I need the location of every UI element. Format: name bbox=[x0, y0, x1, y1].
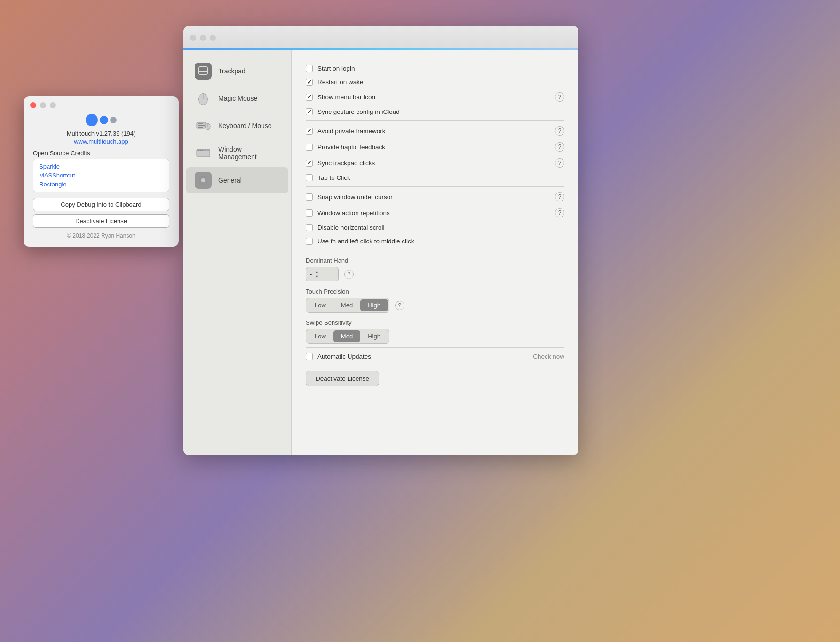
sidebar-item-keyboard-mouse[interactable]: Keyboard / Mouse bbox=[186, 112, 288, 139]
separator-4 bbox=[306, 347, 564, 348]
svg-rect-8 bbox=[199, 123, 201, 124]
settings-group-3: Snap window under cursor ? Window action… bbox=[306, 189, 564, 248]
sidebar-label-window-management: Window Management bbox=[218, 145, 280, 160]
svg-point-18 bbox=[198, 150, 199, 151]
touch-precision-high[interactable]: High bbox=[360, 299, 388, 311]
svg-rect-0 bbox=[199, 67, 207, 74]
about-window: Multitouch v1.27.39 (194) www.multitouch… bbox=[24, 96, 179, 247]
touch-precision-med[interactable]: Med bbox=[333, 299, 360, 311]
close-button[interactable] bbox=[30, 102, 36, 108]
sidebar-label-general: General bbox=[218, 177, 242, 184]
label-disable-horiz-scroll: Disable horizontal scroll bbox=[317, 224, 564, 231]
checkbox-start-on-login[interactable] bbox=[306, 65, 313, 72]
touch-precision-low[interactable]: Low bbox=[307, 299, 333, 311]
app-logo bbox=[86, 114, 117, 126]
deactivate-license-button-about[interactable]: Deactivate License bbox=[33, 214, 169, 228]
separator-1 bbox=[306, 120, 564, 121]
logo-dot-medium bbox=[100, 116, 108, 124]
dropdown-arrows-icon: ▲▼ bbox=[315, 269, 319, 279]
svg-rect-11 bbox=[199, 125, 203, 126]
pref-row-sync-gesture: Sync gesture config in iCloud bbox=[306, 105, 564, 119]
minimize-button[interactable] bbox=[40, 102, 46, 108]
label-avoid-private: Avoid private framework bbox=[317, 128, 550, 135]
help-touch-precision[interactable]: ? bbox=[395, 301, 404, 310]
touch-precision-control: Low Med High bbox=[306, 298, 389, 313]
credits-item-sparkle[interactable]: Sparkle bbox=[33, 162, 169, 171]
pref-row-window-repetitions: Window action repetitions ? bbox=[306, 205, 564, 221]
help-haptic-feedback[interactable]: ? bbox=[555, 142, 564, 152]
credits-item-masshortcut[interactable]: MASShortcut bbox=[33, 171, 169, 180]
help-dominant-hand[interactable]: ? bbox=[344, 270, 354, 279]
trackpad-icon bbox=[195, 63, 212, 80]
help-sync-trackpad[interactable]: ? bbox=[555, 158, 564, 168]
credits-list: SparkleMASShortcutRectangle bbox=[33, 159, 169, 192]
pref-row-disable-horiz-scroll: Disable horizontal scroll bbox=[306, 221, 564, 234]
checkbox-sync-trackpad[interactable] bbox=[306, 160, 313, 167]
checkbox-disable-horiz-scroll[interactable] bbox=[306, 224, 313, 231]
swipe-sensitivity-control: Low Med High bbox=[306, 329, 389, 344]
app-url-link[interactable]: www.multitouch.app bbox=[74, 138, 128, 145]
prefs-close-button[interactable] bbox=[190, 35, 196, 41]
help-avoid-private[interactable]: ? bbox=[555, 126, 564, 136]
svg-rect-12 bbox=[203, 125, 205, 126]
dominant-hand-select[interactable]: - ▲▼ bbox=[306, 267, 339, 281]
checkbox-window-repetitions[interactable] bbox=[306, 209, 313, 217]
label-sync-trackpad: Sync trackpad clicks bbox=[317, 160, 550, 167]
label-auto-updates: Automatic Updates bbox=[317, 353, 528, 360]
checkbox-auto-updates[interactable] bbox=[306, 353, 313, 360]
label-snap-window: Snap window under cursor bbox=[317, 193, 550, 201]
prefs-titlebar bbox=[183, 26, 578, 50]
checkbox-show-menu-bar[interactable] bbox=[306, 94, 313, 101]
settings-group-2: Avoid private framework ? Provide haptic… bbox=[306, 123, 564, 185]
svg-rect-10 bbox=[198, 125, 199, 126]
checkbox-avoid-private[interactable] bbox=[306, 128, 313, 135]
check-now-link[interactable]: Check now bbox=[533, 353, 564, 360]
label-show-menu-bar: Show menu bar icon bbox=[317, 94, 550, 101]
pref-row-sync-trackpad: Sync trackpad clicks ? bbox=[306, 155, 564, 171]
about-titlebar bbox=[24, 96, 179, 112]
sidebar-label-magic-mouse: Magic Mouse bbox=[218, 95, 257, 102]
sidebar-item-trackpad[interactable]: Trackpad bbox=[186, 58, 288, 84]
label-start-on-login: Start on login bbox=[317, 65, 564, 72]
help-show-menu-bar[interactable]: ? bbox=[555, 92, 564, 102]
sidebar-item-general[interactable]: General bbox=[186, 167, 288, 193]
checkbox-haptic-feedback[interactable] bbox=[306, 144, 313, 151]
help-window-repetitions[interactable]: ? bbox=[555, 208, 564, 217]
checkbox-restart-on-wake[interactable] bbox=[306, 79, 313, 86]
swipe-sensitivity-row: Low Med High bbox=[306, 329, 564, 344]
prefs-maximize-button[interactable] bbox=[210, 35, 216, 41]
prefs-minimize-button[interactable] bbox=[200, 35, 206, 41]
maximize-button[interactable] bbox=[50, 102, 56, 108]
swipe-sensitivity-high[interactable]: High bbox=[360, 330, 388, 342]
credits-item-rectangle[interactable]: Rectangle bbox=[33, 180, 169, 189]
window-management-icon bbox=[195, 144, 212, 161]
checkbox-fn-middle-click[interactable] bbox=[306, 238, 313, 245]
help-snap-window[interactable]: ? bbox=[555, 192, 564, 201]
sidebar-item-magic-mouse[interactable]: Magic Mouse bbox=[186, 85, 288, 112]
touch-precision-label: Touch Precision bbox=[306, 288, 564, 295]
pref-row-tap-to-click: Tap to Click bbox=[306, 171, 564, 185]
copy-debug-button[interactable]: Copy Debug Info to Clipboard bbox=[33, 198, 169, 211]
svg-rect-13 bbox=[198, 127, 203, 128]
prefs-sidebar: Trackpad Magic Mouse bbox=[183, 50, 292, 455]
checkbox-tap-to-click[interactable] bbox=[306, 174, 313, 181]
label-haptic-feedback: Provide haptic feedback bbox=[317, 144, 550, 151]
pref-row-snap-window: Snap window under cursor ? bbox=[306, 189, 564, 205]
prefs-main: Start on login Restart on wake Show menu… bbox=[292, 50, 578, 455]
dominant-hand-row: - ▲▼ ? bbox=[306, 267, 564, 281]
pref-row-fn-middle-click: Use fn and left click to middle click bbox=[306, 234, 564, 248]
svg-rect-7 bbox=[198, 123, 199, 124]
sidebar-item-window-management[interactable]: Window Management bbox=[186, 140, 288, 166]
open-source-credits-label: Open Source Credits bbox=[33, 150, 90, 157]
dominant-hand-label: Dominant Hand bbox=[306, 257, 564, 264]
touch-precision-section: Touch Precision Low Med High ? bbox=[306, 288, 564, 313]
pref-row-haptic-feedback: Provide haptic feedback ? bbox=[306, 139, 564, 155]
pref-row-show-menu-bar: Show menu bar icon ? bbox=[306, 89, 564, 105]
magic-mouse-icon bbox=[195, 90, 212, 107]
swipe-sensitivity-low[interactable]: Low bbox=[307, 330, 333, 342]
checkbox-sync-gesture[interactable] bbox=[306, 108, 313, 115]
dominant-hand-value: - bbox=[310, 271, 312, 278]
checkbox-snap-window[interactable] bbox=[306, 193, 313, 201]
swipe-sensitivity-med[interactable]: Med bbox=[333, 330, 360, 342]
deactivate-license-button[interactable]: Deactivate License bbox=[306, 371, 379, 386]
